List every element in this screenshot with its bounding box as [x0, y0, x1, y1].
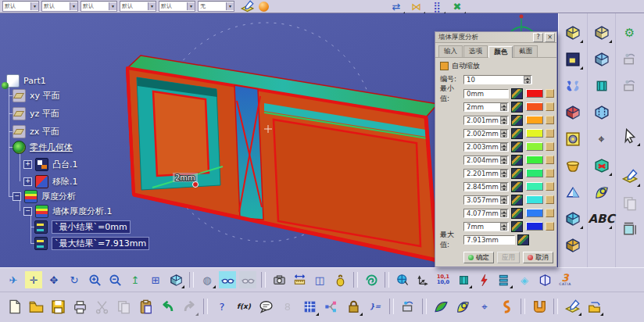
color-picker-button[interactable]	[546, 129, 554, 138]
catalog-browser-icon[interactable]	[620, 49, 640, 70]
graphic-combo[interactable]: 默认 ▾	[2, 1, 39, 12]
material-icon[interactable]	[511, 221, 523, 232]
tree-expander[interactable]: −	[23, 207, 32, 216]
color-swatch[interactable]	[526, 222, 543, 231]
color-picker-button[interactable]	[546, 142, 554, 151]
threshold-spinner[interactable]	[500, 170, 507, 177]
dialog-tab[interactable]: 截面	[513, 45, 538, 57]
color-swatch[interactable]	[526, 182, 543, 191]
threshold-value-field[interactable]: 7mm	[463, 222, 509, 231]
measure-item-icon[interactable]: ◫	[311, 271, 328, 288]
cut-icon[interactable]	[92, 297, 111, 316]
settings-gear-icon[interactable]: ⚙	[620, 23, 640, 43]
color-swatch[interactable]	[526, 129, 543, 138]
tree-item[interactable]: xy 平面	[13, 90, 60, 102]
stiffener-icon[interactable]	[563, 235, 583, 256]
normal-view-icon[interactable]: ↥	[127, 271, 144, 288]
dialog-titlebar[interactable]: 墙体厚度分析 ? ×	[435, 32, 556, 43]
text-annotation-icon[interactable]: ABC	[592, 209, 612, 229]
tree-item[interactable]: `最大结果`=7.913mm	[34, 238, 149, 249]
zoom-out-icon[interactable]	[106, 271, 123, 288]
color-picker-button[interactable]	[546, 102, 554, 111]
color-swatch[interactable]	[526, 142, 543, 151]
ok-button[interactable]: 确定	[463, 252, 494, 263]
shaft-icon[interactable]	[592, 76, 612, 96]
min-color-picker-button[interactable]	[546, 89, 554, 98]
open-file-icon[interactable]	[27, 297, 45, 316]
part-body-icon[interactable]	[455, 271, 472, 288]
color-picker-button[interactable]	[546, 195, 554, 204]
color-swatch[interactable]	[526, 156, 543, 164]
shell-icon[interactable]	[563, 156, 583, 176]
material-icon[interactable]	[511, 115, 523, 126]
pocket-icon[interactable]	[592, 23, 612, 43]
import-sheet-icon[interactable]	[585, 297, 603, 316]
material-icon[interactable]	[511, 128, 523, 139]
print-icon[interactable]	[70, 297, 89, 316]
web-hand-icon[interactable]	[394, 271, 411, 288]
pan-icon[interactable]: ✥	[45, 271, 63, 288]
graphic-combo[interactable]: 无 ▾	[198, 1, 234, 12]
threshold-spinner[interactable]	[500, 209, 507, 217]
material-icon[interactable]	[517, 234, 529, 245]
rib-icon[interactable]	[563, 182, 583, 202]
color-swatch[interactable]	[526, 116, 543, 124]
threshold-value-field[interactable]: 3.057mm	[463, 195, 509, 205]
close-icon[interactable]: ×	[545, 33, 555, 42]
graphic-combo[interactable]: 默认 ▾	[41, 1, 78, 12]
render-style-icon[interactable]: ◍	[199, 271, 216, 288]
cancel-button[interactable]: 取消	[523, 252, 553, 263]
drawing-frame-icon[interactable]	[620, 193, 640, 213]
relations-icon[interactable]: }=	[366, 297, 385, 316]
book-icon[interactable]	[536, 271, 553, 288]
color-picker-button[interactable]	[546, 156, 554, 164]
copy-icon[interactable]	[114, 297, 133, 316]
graphic-combo[interactable]: 默认 ▾	[159, 1, 195, 12]
tree-item[interactable]: Part1	[6, 75, 46, 87]
dialog-tab[interactable]: 输入	[438, 45, 463, 57]
threshold-spinner[interactable]	[500, 116, 507, 124]
boolean-icon[interactable]	[563, 76, 583, 96]
fit-all-icon[interactable]: ✛	[25, 271, 42, 288]
min-color-swatch[interactable]	[526, 89, 543, 98]
rotate-icon[interactable]: ↻	[66, 271, 83, 288]
multi-pad-icon[interactable]	[592, 49, 612, 70]
number-spinner[interactable]	[524, 76, 531, 84]
tap-thread-analysis-icon[interactable]: ⌖	[475, 297, 494, 316]
undo-icon[interactable]	[158, 297, 177, 316]
color-picker-button[interactable]	[546, 182, 554, 191]
color-picker-button[interactable]	[546, 116, 554, 124]
quad-view-icon[interactable]: ⊞	[147, 271, 164, 288]
tree-item[interactable]: + 移除.1	[23, 176, 78, 188]
hide-show-icon[interactable]	[219, 271, 236, 288]
color-swatch[interactable]	[526, 195, 543, 204]
pad-icon[interactable]	[563, 23, 583, 43]
tree-item[interactable]: `最小结果`=0mm	[34, 221, 131, 233]
color-picker-button[interactable]	[546, 222, 554, 231]
redo-icon[interactable]	[180, 297, 199, 316]
graphic-combo[interactable]: 默认 ▾	[120, 1, 156, 12]
comment-icon[interactable]	[256, 297, 275, 316]
threshold-value-field[interactable]: 2.002mm	[463, 129, 509, 138]
sphere-render-icon[interactable]	[259, 2, 269, 12]
threshold-spinner[interactable]	[500, 130, 507, 138]
groove-icon[interactable]	[563, 102, 583, 123]
tree-item[interactable]: − 厚度分析	[13, 191, 76, 202]
threshold-spinner[interactable]	[500, 183, 507, 191]
number-field[interactable]: 10	[463, 75, 532, 84]
capture-icon[interactable]	[270, 271, 288, 288]
color-swatch[interactable]	[526, 169, 543, 177]
tree-expander[interactable]: +	[23, 177, 32, 186]
material-icon[interactable]	[511, 168, 523, 179]
sketch-edit-icon[interactable]	[620, 166, 640, 187]
zoom-in-icon[interactable]	[86, 271, 103, 288]
help-button[interactable]: ?	[533, 33, 543, 42]
material-icon[interactable]	[511, 208, 523, 219]
design-table-icon[interactable]	[300, 297, 319, 316]
dialog-tab[interactable]: 颜色	[488, 46, 513, 58]
thread-icon[interactable]	[497, 297, 516, 316]
hole-icon[interactable]	[563, 129, 583, 149]
tree-item[interactable]: − 墙体厚度分析.1	[23, 206, 113, 217]
material-icon[interactable]	[511, 155, 523, 166]
remove-face-icon[interactable]	[592, 156, 612, 176]
